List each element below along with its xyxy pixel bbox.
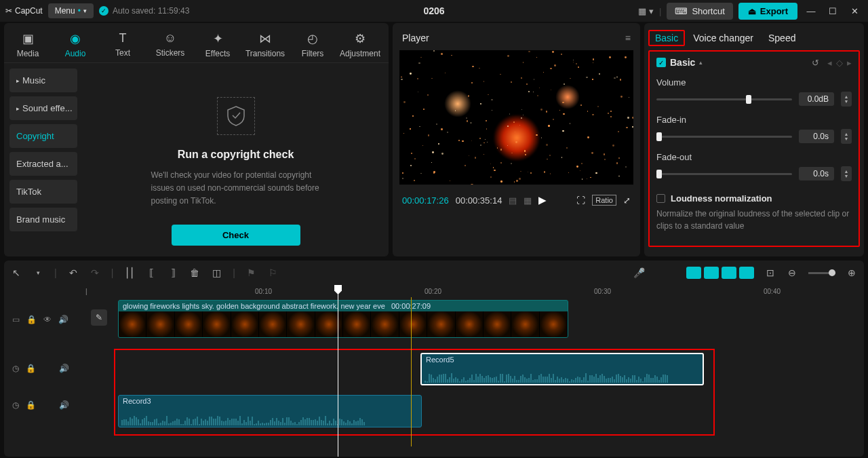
snap-4[interactable] — [739, 267, 754, 279]
props-tab-speed[interactable]: Speed — [768, 33, 795, 43]
loudness-title: Loudness normalization — [671, 193, 772, 204]
fadein-row: Fade-in 0.0s ▲▼ — [656, 115, 852, 144]
flag2-tool[interactable]: ⚐ — [268, 267, 279, 278]
sidebar-item-copyright[interactable]: Copyright — [9, 124, 77, 148]
mute-icon[interactable]: 🔊 — [58, 315, 68, 324]
volume-slider[interactable] — [656, 98, 792, 100]
play-button[interactable]: ▶ — [538, 194, 547, 206]
volume-stepper[interactable]: ▲▼ — [841, 92, 852, 107]
shortcut-button[interactable]: ⌨ Shortcut — [667, 3, 732, 20]
props-tabs: Basic Voice changer Speed — [644, 23, 864, 50]
track-collapse-icon[interactable]: ▭ — [12, 315, 20, 324]
fadeout-value[interactable]: 0.0s — [799, 167, 834, 180]
mute-icon[interactable]: 🔊 — [59, 364, 69, 373]
transitions-icon: ⋈ — [259, 31, 271, 46]
reset-icon[interactable]: ↺ — [812, 58, 819, 68]
flag-tool[interactable]: ⚑ — [246, 267, 257, 278]
snap-3[interactable] — [722, 267, 736, 279]
tab-audio[interactable]: ◉Audio — [52, 27, 99, 62]
titlebar: ✂ CapCut Menu•▾ ✓ Auto saved: 11:59:43 0… — [0, 0, 868, 22]
delete-tool[interactable]: 🗑 — [189, 267, 200, 278]
volume-value[interactable]: 0.0dB — [799, 92, 834, 106]
player-video[interactable]: /* noop placeholder preserved */ — [399, 50, 633, 185]
snap-2[interactable] — [704, 267, 719, 279]
minimize-button[interactable]: — — [803, 3, 819, 19]
keyframe-icon[interactable]: ◇ — [836, 58, 843, 68]
snap-group — [686, 267, 754, 279]
fadein-stepper[interactable]: ▲▼ — [841, 129, 852, 144]
player-menu-icon[interactable]: ≡ — [625, 33, 631, 43]
check-button[interactable]: Check — [172, 225, 300, 246]
mute-icon[interactable]: 🔊 — [59, 400, 69, 410]
autosave-status: ✓ Auto saved: 11:59:43 — [99, 6, 189, 16]
tab-filters[interactable]: ◴Filters — [289, 27, 336, 62]
fadein-slider[interactable] — [656, 136, 792, 138]
tab-transitions[interactable]: ⋈Transitions — [241, 27, 289, 62]
tab-text[interactable]: TText — [99, 27, 146, 62]
effects-icon: ✦ — [213, 31, 223, 46]
sidebar-item-extracted[interactable]: Extracted a... — [9, 152, 77, 176]
split-tool[interactable]: ⎮⎮ — [124, 267, 135, 278]
zoom-slider[interactable] — [808, 272, 835, 274]
maximize-button[interactable]: ☐ — [825, 3, 841, 19]
tab-stickers[interactable]: ☺Stickers — [146, 27, 194, 62]
clock-icon[interactable]: ◷ — [12, 364, 19, 373]
zoom-out-icon[interactable]: ⊖ — [787, 267, 797, 278]
prev-keyframe-icon[interactable]: ◂ — [827, 58, 832, 68]
playhead[interactable] — [338, 285, 338, 457]
trim-left-tool[interactable]: ⟦ — [146, 267, 157, 278]
sidebar-item-tiktok[interactable]: TikTok — [9, 180, 77, 204]
eye-icon[interactable]: 👁 — [43, 315, 52, 324]
lock-icon[interactable]: 🔒 — [26, 400, 36, 410]
fullscreen-icon[interactable]: ⤢ — [623, 195, 631, 206]
audio-track-2[interactable]: Record3 — [85, 395, 857, 430]
props-tab-voice[interactable]: Voice changer — [693, 33, 753, 43]
snap-1[interactable] — [686, 267, 701, 279]
audio-clip-record3[interactable]: Record3 — [118, 395, 422, 427]
tab-media[interactable]: ▣Media — [4, 27, 52, 62]
undo-button[interactable]: ↶ — [68, 267, 79, 278]
tab-effects[interactable]: ✦Effects — [194, 27, 241, 62]
logo-icon: ✂ — [5, 6, 12, 16]
lock-icon[interactable]: 🔒 — [26, 315, 37, 324]
grid-icon[interactable]: ▦ — [524, 195, 532, 206]
fadeout-stepper[interactable]: ▲▼ — [841, 166, 852, 181]
sidebar-item-sound-effects[interactable]: ▸Sound effe... — [9, 96, 77, 120]
pencil-button[interactable]: ✎ — [91, 309, 107, 326]
audio-clip-record5[interactable]: Record5 — [420, 353, 704, 385]
timeline-ruler[interactable]: | 00:10 00:20 00:30 00:40 — [85, 285, 857, 299]
shield-icon — [217, 97, 255, 135]
clock-icon[interactable]: ◷ — [12, 400, 19, 410]
redo-button[interactable]: ↷ — [90, 267, 100, 278]
preview-icon[interactable]: ⊡ — [765, 267, 776, 278]
next-keyframe-icon[interactable]: ▸ — [847, 58, 852, 68]
video-clip[interactable]: glowing fireworks lights sky. golden bac… — [118, 300, 568, 338]
layout-icon[interactable]: ▦ ▾ — [638, 6, 654, 16]
sidebar-item-brand-music[interactable]: Brand music — [9, 208, 77, 231]
filters-icon: ◴ — [307, 31, 318, 46]
mic-icon[interactable]: 🎤 — [633, 267, 644, 278]
export-button[interactable]: ⏏ Export — [738, 3, 797, 20]
basic-checkbox[interactable]: ✓ — [656, 58, 666, 67]
loudness-checkbox[interactable] — [656, 194, 665, 203]
lock-icon[interactable]: 🔒 — [26, 364, 36, 373]
cursor-tool[interactable]: ↖ — [11, 267, 22, 278]
audio-track-1[interactable]: Record5 — [85, 353, 857, 388]
tab-adjustment[interactable]: ⚙Adjustment — [336, 27, 384, 62]
menu-button[interactable]: Menu•▾ — [48, 3, 94, 18]
trim-right-tool[interactable]: ⟧ — [167, 267, 178, 278]
fadein-value[interactable]: 0.0s — [799, 130, 834, 143]
sidebar-item-music[interactable]: ▸Music — [9, 69, 77, 92]
player-panel: Player ≡ /* noop placeholder preserved *… — [393, 23, 640, 256]
collapse-icon[interactable]: ▴ — [699, 59, 703, 66]
marker-tool[interactable]: ◫ — [211, 267, 222, 278]
props-tab-basic[interactable]: Basic — [648, 30, 685, 46]
close-button[interactable]: ✕ — [846, 3, 863, 19]
zoom-in-icon[interactable]: ⊕ — [846, 267, 857, 278]
fadeout-slider[interactable] — [656, 173, 792, 175]
video-track[interactable]: glowing fireworks lights sky. golden bac… — [85, 300, 857, 339]
crop-icon[interactable]: ⛶ — [576, 195, 585, 206]
list-icon[interactable]: ▤ — [509, 195, 517, 206]
ratio-button[interactable]: Ratio — [592, 195, 616, 206]
cursor-dropdown[interactable]: ▾ — [33, 269, 43, 276]
